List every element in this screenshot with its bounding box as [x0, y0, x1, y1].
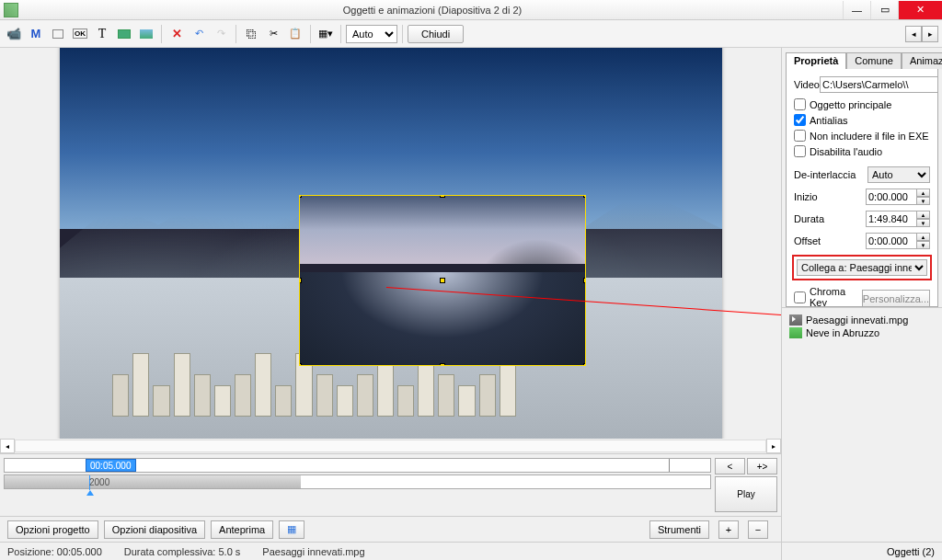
- object-list-item[interactable]: Neve in Abruzzo: [787, 326, 936, 339]
- close-panel-button[interactable]: Chiudi: [408, 25, 464, 43]
- canvas-area[interactable]: [0, 48, 781, 439]
- status-duration: Durata complessiva: 5.0 s: [124, 546, 241, 557]
- duration-input[interactable]: [866, 211, 917, 227]
- window-title: Oggetti e animazioni (Diapositiva 2 di 2…: [22, 5, 843, 16]
- slide-canvas[interactable]: [60, 48, 722, 439]
- separator: [161, 25, 162, 43]
- copy-icon[interactable]: ⿻: [241, 24, 261, 44]
- resize-handle[interactable]: [583, 278, 586, 283]
- right-status-bar: Oggetti (2): [782, 542, 942, 560]
- horizontal-scrollbar[interactable]: ◂ ▸: [0, 439, 781, 453]
- redo-icon[interactable]: ↷: [211, 24, 231, 44]
- resize-handle[interactable]: [299, 278, 302, 283]
- image-icon: [789, 327, 802, 338]
- toolbar: 📹 M OK T ✕ ↶ ↷ ⿻ ✂ 📋 ▦▾ Auto Chiudi ◂ ▸: [0, 20, 942, 48]
- add-button[interactable]: +: [718, 520, 739, 539]
- resize-handle[interactable]: [299, 195, 302, 198]
- video-path-input[interactable]: [820, 76, 938, 93]
- video-icon: [789, 314, 802, 326]
- properties-panel: Proprietà Comune Animazione Video Oggett…: [781, 48, 942, 560]
- resize-handle[interactable]: [583, 195, 586, 198]
- paste-icon[interactable]: 📋: [285, 24, 305, 44]
- close-button[interactable]: ✕: [898, 1, 942, 19]
- text-tool-icon[interactable]: T: [92, 24, 112, 44]
- center-handle[interactable]: [440, 278, 445, 283]
- next-slide-button[interactable]: ▸: [922, 26, 938, 42]
- image-tool-icon[interactable]: [136, 24, 156, 44]
- object-list-item[interactable]: Paesaggi innevati.mpg: [787, 314, 936, 326]
- link-highlight-box: Collega a: Paesaggi innevati....: [792, 255, 932, 280]
- deinterlace-label: De-interlaccia: [794, 169, 867, 180]
- main-object-checkbox[interactable]: Oggetto principale: [794, 98, 930, 110]
- play-button[interactable]: Play: [715, 476, 777, 512]
- object-name: Neve in Abruzzo: [806, 327, 879, 338]
- scroll-left-icon[interactable]: ◂: [0, 439, 15, 453]
- keyframe-marker[interactable]: 00:05.000: [86, 459, 136, 472]
- keyframe-track[interactable]: 00:05.000: [4, 458, 711, 473]
- frame-tool-icon[interactable]: [48, 24, 68, 44]
- chroma-key-checkbox[interactable]: Chroma Key: [794, 286, 862, 307]
- resize-handle[interactable]: [299, 363, 302, 366]
- spin-up-icon[interactable]: ▲: [917, 233, 930, 241]
- resize-handle[interactable]: [440, 195, 445, 198]
- maximize-button[interactable]: ▭: [870, 1, 898, 19]
- tools-button[interactable]: Strumenti: [649, 520, 709, 539]
- spin-down-icon[interactable]: ▼: [917, 219, 930, 227]
- deinterlace-select[interactable]: Auto: [867, 166, 930, 183]
- customize-button[interactable]: Personalizza...: [862, 290, 930, 307]
- slide-options-button[interactable]: Opzioni diapositiva: [104, 520, 205, 539]
- resize-handle[interactable]: [583, 363, 586, 366]
- spin-down-icon[interactable]: ▼: [917, 197, 930, 205]
- tab-common[interactable]: Comune: [846, 52, 902, 69]
- undo-icon[interactable]: ↶: [189, 24, 209, 44]
- selected-video-object[interactable]: [299, 195, 586, 366]
- title-bar: Oggetti e animazioni (Diapositiva 2 di 2…: [0, 0, 942, 20]
- cut-icon[interactable]: ✂: [263, 24, 283, 44]
- tab-properties[interactable]: Proprietà: [786, 52, 846, 69]
- video-label: Video: [794, 79, 820, 90]
- disable-audio-checkbox[interactable]: Disabilita l'audio: [794, 145, 930, 157]
- preview-button[interactable]: Anteprima: [211, 520, 273, 539]
- spin-down-icon[interactable]: ▼: [917, 241, 930, 249]
- bottom-toolbar: Opzioni progetto Opzioni diapositiva Ant…: [0, 516, 781, 542]
- separator: [340, 25, 341, 43]
- zoom-select[interactable]: Auto: [346, 25, 397, 43]
- minimize-button[interactable]: —: [843, 1, 870, 19]
- start-input[interactable]: [866, 189, 917, 205]
- link-to-select[interactable]: Collega a: Paesaggi innevati....: [797, 259, 927, 276]
- duration-label: Durata: [794, 213, 866, 224]
- duration-track[interactable]: 2000: [4, 474, 711, 489]
- button-tool-icon[interactable]: OK: [70, 24, 90, 44]
- duration-label: 2000: [89, 477, 109, 487]
- prev-slide-button[interactable]: ◂: [905, 26, 922, 42]
- playhead-icon[interactable]: [86, 490, 94, 496]
- rectangle-tool-icon[interactable]: [114, 24, 134, 44]
- offset-label: Offset: [794, 235, 866, 246]
- video-tool-icon[interactable]: 📹: [4, 24, 24, 44]
- duration-bar[interactable]: [5, 475, 301, 488]
- offset-input[interactable]: [866, 233, 917, 249]
- resize-handle[interactable]: [440, 363, 445, 366]
- exclude-exe-checkbox[interactable]: Non includere il file in EXE: [794, 130, 930, 142]
- timeline-next-button[interactable]: +>: [747, 458, 777, 474]
- status-bar: Posizione: 00:05.000 Durata complessiva:…: [0, 542, 781, 560]
- spin-up-icon[interactable]: ▲: [917, 189, 930, 197]
- separator: [402, 25, 403, 43]
- timeline-panel: 00:05.000 2000 < +> Play: [0, 453, 781, 516]
- delete-icon[interactable]: ✕: [167, 24, 187, 44]
- antialias-checkbox[interactable]: Antialias: [794, 114, 930, 126]
- scroll-right-icon[interactable]: ▸: [766, 439, 781, 453]
- scroll-track[interactable]: [15, 440, 766, 452]
- spin-up-icon[interactable]: ▲: [917, 211, 930, 219]
- project-options-button[interactable]: Opzioni progetto: [7, 520, 98, 539]
- object-name: Paesaggi innevati.mpg: [806, 314, 908, 326]
- status-position: Posizione: 00:05.000: [7, 546, 102, 557]
- timeline-prev-button[interactable]: <: [715, 458, 745, 474]
- mask-tool-icon[interactable]: M: [26, 24, 46, 44]
- remove-button[interactable]: −: [748, 520, 768, 539]
- grid-icon[interactable]: ▦▾: [316, 24, 336, 44]
- object-list[interactable]: Paesaggi innevati.mpg Neve in Abruzzo: [782, 307, 942, 542]
- tab-animation[interactable]: Animazione: [902, 52, 942, 69]
- fullscreen-preview-button[interactable]: ▦: [279, 520, 304, 539]
- status-filename: Paesaggi innevati.mpg: [262, 546, 364, 557]
